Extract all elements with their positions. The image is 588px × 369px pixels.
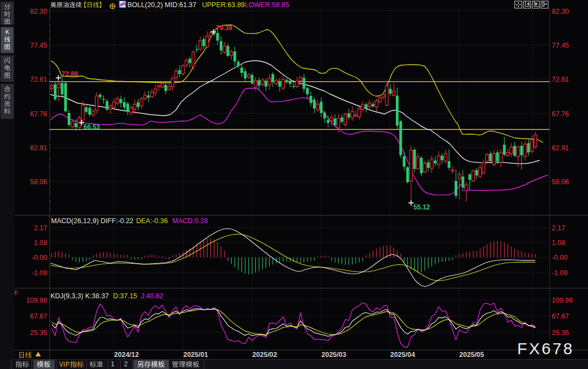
svg-text:66.53: 66.53 — [83, 123, 100, 131]
svg-text:77.45: 77.45 — [30, 42, 47, 49]
svg-text:2: 2 — [124, 360, 128, 368]
svg-text:2025/02: 2025/02 — [253, 351, 277, 359]
svg-text:J:40.82: J:40.82 — [141, 292, 164, 300]
svg-text:79.39: 79.39 — [216, 24, 232, 32]
svg-text:2025/01: 2025/01 — [183, 351, 208, 359]
svg-text:62.91: 62.91 — [30, 144, 47, 152]
svg-text:55.12: 55.12 — [413, 203, 430, 211]
svg-text:UPPER:63.89: UPPER:63.89 — [202, 1, 245, 9]
svg-text:82.30: 82.30 — [552, 8, 569, 15]
svg-text:72.61: 72.61 — [552, 76, 569, 83]
svg-text:72.88: 72.88 — [61, 70, 78, 78]
svg-text:67.67: 67.67 — [30, 313, 47, 320]
svg-text:67.67: 67.67 — [552, 313, 569, 320]
svg-text:-1.09: -1.09 — [32, 269, 48, 277]
svg-text:82.30: 82.30 — [30, 8, 47, 15]
svg-text:FX678: FX678 — [517, 339, 574, 357]
svg-text:-0.00: -0.00 — [32, 254, 48, 262]
svg-text:2025/03: 2025/03 — [322, 351, 346, 359]
svg-text:-1.09: -1.09 — [552, 269, 568, 277]
svg-text:2025/04: 2025/04 — [390, 351, 415, 359]
svg-text:DEA:-0.36: DEA:-0.36 — [136, 217, 168, 225]
svg-text:LOWER:58.85: LOWER:58.85 — [245, 1, 289, 9]
svg-text:MACD:0.28: MACD:0.28 — [172, 217, 208, 225]
svg-text:D:37.15: D:37.15 — [113, 292, 137, 300]
svg-text:67.76: 67.76 — [552, 110, 569, 118]
svg-text:109.98: 109.98 — [26, 297, 47, 304]
svg-text:67.76: 67.76 — [30, 110, 47, 118]
svg-text:2.17: 2.17 — [552, 224, 565, 232]
svg-text:25.35: 25.35 — [552, 329, 569, 337]
svg-text:77.45: 77.45 — [552, 42, 569, 49]
svg-text:72.61: 72.61 — [30, 76, 47, 83]
svg-text:1.08: 1.08 — [34, 239, 47, 247]
svg-text:62.91: 62.91 — [552, 144, 569, 152]
svg-text:-0.00: -0.00 — [552, 254, 568, 262]
svg-text:2025/05: 2025/05 — [460, 351, 484, 359]
svg-text:1: 1 — [111, 360, 115, 368]
svg-text:58.06: 58.06 — [552, 178, 569, 186]
svg-text:MACD(26,12,9) DIFF:-0.22: MACD(26,12,9) DIFF:-0.22 — [51, 217, 133, 225]
svg-text:25.35: 25.35 — [30, 329, 47, 337]
svg-text:2.17: 2.17 — [34, 224, 47, 232]
svg-text:BOLL(20,2) MID:61.37: BOLL(20,2) MID:61.37 — [127, 1, 197, 9]
svg-text:109.98: 109.98 — [552, 297, 573, 304]
svg-text:2024/12: 2024/12 — [114, 351, 139, 359]
svg-text:KDJ(9,3,3) K:38.37: KDJ(9,3,3) K:38.37 — [51, 292, 109, 300]
svg-text:58.06: 58.06 — [30, 178, 47, 186]
svg-text:1.08: 1.08 — [552, 239, 565, 247]
